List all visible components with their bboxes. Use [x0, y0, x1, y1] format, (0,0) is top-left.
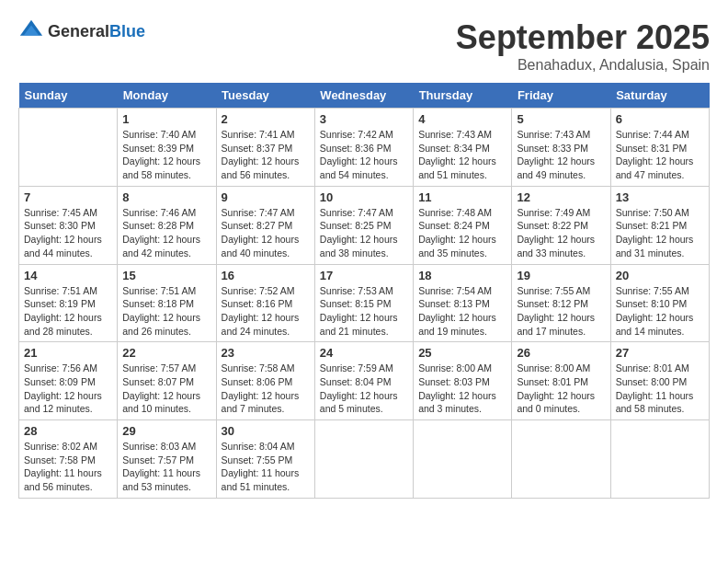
- calendar-week-3: 14Sunrise: 7:51 AM Sunset: 8:19 PM Dayli…: [19, 264, 710, 342]
- day-number: 24: [320, 346, 408, 360]
- day-number: 26: [517, 346, 605, 360]
- calendar-cell: [414, 420, 512, 499]
- calendar-cell: 4Sunrise: 7:43 AM Sunset: 8:34 PM Daylig…: [414, 109, 512, 187]
- day-number: 10: [320, 190, 408, 204]
- day-number: 12: [517, 190, 605, 204]
- day-number: 4: [418, 112, 506, 126]
- calendar-week-4: 21Sunrise: 7:56 AM Sunset: 8:09 PM Dayli…: [19, 342, 710, 420]
- logo-icon: [18, 18, 44, 44]
- day-number: 9: [222, 190, 310, 204]
- calendar-cell: 16Sunrise: 7:52 AM Sunset: 8:16 PM Dayli…: [216, 264, 314, 342]
- header-tuesday: Tuesday: [216, 83, 314, 109]
- day-info: Sunrise: 8:00 AM Sunset: 8:01 PM Dayligh…: [517, 362, 605, 416]
- day-info: Sunrise: 7:54 AM Sunset: 8:13 PM Dayligh…: [418, 284, 506, 339]
- day-info: Sunrise: 7:40 AM Sunset: 8:39 PM Dayligh…: [122, 128, 210, 182]
- logo-general: General: [48, 22, 109, 40]
- day-info: Sunrise: 8:00 AM Sunset: 8:03 PM Dayligh…: [418, 362, 506, 416]
- calendar-cell: 2Sunrise: 7:41 AM Sunset: 8:37 PM Daylig…: [216, 109, 314, 187]
- day-info: Sunrise: 7:52 AM Sunset: 8:16 PM Dayligh…: [222, 284, 310, 339]
- day-number: 16: [222, 269, 310, 282]
- calendar-cell: 13Sunrise: 7:50 AM Sunset: 8:21 PM Dayli…: [610, 186, 709, 264]
- calendar-cell: 23Sunrise: 7:58 AM Sunset: 8:06 PM Dayli…: [216, 342, 314, 420]
- header-wednesday: Wednesday: [314, 83, 413, 109]
- calendar-cell: 3Sunrise: 7:42 AM Sunset: 8:36 PM Daylig…: [314, 109, 413, 187]
- calendar-cell: 1Sunrise: 7:40 AM Sunset: 8:39 PM Daylig…: [118, 109, 216, 187]
- calendar-cell: 8Sunrise: 7:46 AM Sunset: 8:28 PM Daylig…: [118, 186, 216, 264]
- day-info: Sunrise: 7:57 AM Sunset: 8:07 PM Dayligh…: [122, 362, 210, 416]
- day-info: Sunrise: 7:47 AM Sunset: 8:27 PM Dayligh…: [222, 206, 310, 260]
- header-saturday: Saturday: [610, 83, 709, 109]
- day-info: Sunrise: 7:58 AM Sunset: 8:06 PM Dayligh…: [222, 362, 310, 416]
- day-info: Sunrise: 7:46 AM Sunset: 8:28 PM Dayligh…: [122, 206, 210, 260]
- logo: GeneralBlue: [18, 18, 145, 44]
- day-info: Sunrise: 8:01 AM Sunset: 8:00 PM Dayligh…: [616, 362, 704, 416]
- header-friday: Friday: [512, 83, 610, 109]
- day-number: 14: [24, 269, 112, 282]
- title-area: September 2025 Benahadux, Andalusia, Spa…: [456, 18, 710, 74]
- day-info: Sunrise: 7:44 AM Sunset: 8:31 PM Dayligh…: [616, 128, 704, 182]
- calendar-cell: [512, 420, 610, 499]
- day-number: 25: [418, 346, 506, 360]
- calendar-cell: [19, 109, 118, 187]
- day-number: 17: [320, 269, 408, 282]
- day-number: 5: [517, 112, 605, 126]
- calendar-cell: 26Sunrise: 8:00 AM Sunset: 8:01 PM Dayli…: [512, 342, 610, 420]
- calendar-week-2: 7Sunrise: 7:45 AM Sunset: 8:30 PM Daylig…: [19, 186, 710, 264]
- day-info: Sunrise: 8:02 AM Sunset: 7:58 PM Dayligh…: [24, 440, 112, 494]
- calendar-cell: 21Sunrise: 7:56 AM Sunset: 8:09 PM Dayli…: [19, 342, 118, 420]
- calendar-cell: 9Sunrise: 7:47 AM Sunset: 8:27 PM Daylig…: [216, 186, 314, 264]
- calendar-table: SundayMondayTuesdayWednesdayThursdayFrid…: [18, 83, 710, 499]
- header-monday: Monday: [118, 83, 216, 109]
- header-sunday: Sunday: [19, 83, 118, 109]
- day-number: 19: [517, 269, 605, 282]
- location-title: Benahadux, Andalusia, Spain: [456, 57, 710, 74]
- calendar-cell: 28Sunrise: 8:02 AM Sunset: 7:58 PM Dayli…: [19, 420, 118, 499]
- day-number: 23: [222, 346, 310, 360]
- day-number: 11: [418, 190, 506, 204]
- day-number: 3: [320, 112, 408, 126]
- calendar-cell: 14Sunrise: 7:51 AM Sunset: 8:19 PM Dayli…: [19, 264, 118, 342]
- logo-blue: Blue: [109, 22, 145, 40]
- day-number: 8: [122, 190, 210, 204]
- day-info: Sunrise: 7:47 AM Sunset: 8:25 PM Dayligh…: [320, 206, 408, 260]
- day-number: 20: [616, 269, 704, 282]
- calendar-header-row: SundayMondayTuesdayWednesdayThursdayFrid…: [19, 83, 710, 109]
- day-info: Sunrise: 7:56 AM Sunset: 8:09 PM Dayligh…: [24, 362, 112, 416]
- day-number: 13: [616, 190, 704, 204]
- day-number: 15: [122, 269, 210, 282]
- day-info: Sunrise: 7:49 AM Sunset: 8:22 PM Dayligh…: [517, 206, 605, 260]
- calendar-cell: 6Sunrise: 7:44 AM Sunset: 8:31 PM Daylig…: [610, 109, 709, 187]
- calendar-week-1: 1Sunrise: 7:40 AM Sunset: 8:39 PM Daylig…: [19, 109, 710, 187]
- calendar-cell: 22Sunrise: 7:57 AM Sunset: 8:07 PM Dayli…: [118, 342, 216, 420]
- day-info: Sunrise: 7:53 AM Sunset: 8:15 PM Dayligh…: [320, 284, 408, 339]
- day-info: Sunrise: 7:51 AM Sunset: 8:19 PM Dayligh…: [24, 284, 112, 339]
- day-number: 28: [24, 424, 112, 438]
- calendar-cell: 18Sunrise: 7:54 AM Sunset: 8:13 PM Dayli…: [414, 264, 512, 342]
- calendar-cell: 7Sunrise: 7:45 AM Sunset: 8:30 PM Daylig…: [19, 186, 118, 264]
- header: GeneralBlue September 2025 Benahadux, An…: [18, 18, 710, 74]
- day-info: Sunrise: 7:41 AM Sunset: 8:37 PM Dayligh…: [222, 128, 310, 182]
- calendar-cell: 11Sunrise: 7:48 AM Sunset: 8:24 PM Dayli…: [414, 186, 512, 264]
- day-info: Sunrise: 7:55 AM Sunset: 8:12 PM Dayligh…: [517, 284, 605, 339]
- day-info: Sunrise: 7:55 AM Sunset: 8:10 PM Dayligh…: [616, 284, 704, 339]
- day-number: 2: [222, 112, 310, 126]
- day-info: Sunrise: 8:03 AM Sunset: 7:57 PM Dayligh…: [122, 440, 210, 494]
- calendar-cell: 12Sunrise: 7:49 AM Sunset: 8:22 PM Dayli…: [512, 186, 610, 264]
- day-number: 29: [122, 424, 210, 438]
- day-number: 21: [24, 346, 112, 360]
- day-info: Sunrise: 7:51 AM Sunset: 8:18 PM Dayligh…: [122, 284, 210, 339]
- calendar-cell: [610, 420, 709, 499]
- calendar-cell: 27Sunrise: 8:01 AM Sunset: 8:00 PM Dayli…: [610, 342, 709, 420]
- day-info: Sunrise: 7:43 AM Sunset: 8:33 PM Dayligh…: [517, 128, 605, 182]
- calendar-cell: [314, 420, 413, 499]
- day-number: 30: [222, 424, 310, 438]
- calendar-cell: 10Sunrise: 7:47 AM Sunset: 8:25 PM Dayli…: [314, 186, 413, 264]
- day-info: Sunrise: 7:50 AM Sunset: 8:21 PM Dayligh…: [616, 206, 704, 260]
- calendar-cell: 15Sunrise: 7:51 AM Sunset: 8:18 PM Dayli…: [118, 264, 216, 342]
- logo-text: GeneralBlue: [48, 22, 145, 41]
- calendar-cell: 20Sunrise: 7:55 AM Sunset: 8:10 PM Dayli…: [610, 264, 709, 342]
- day-number: 18: [418, 269, 506, 282]
- calendar-cell: 25Sunrise: 8:00 AM Sunset: 8:03 PM Dayli…: [414, 342, 512, 420]
- day-info: Sunrise: 7:42 AM Sunset: 8:36 PM Dayligh…: [320, 128, 408, 182]
- day-info: Sunrise: 8:04 AM Sunset: 7:55 PM Dayligh…: [222, 440, 310, 494]
